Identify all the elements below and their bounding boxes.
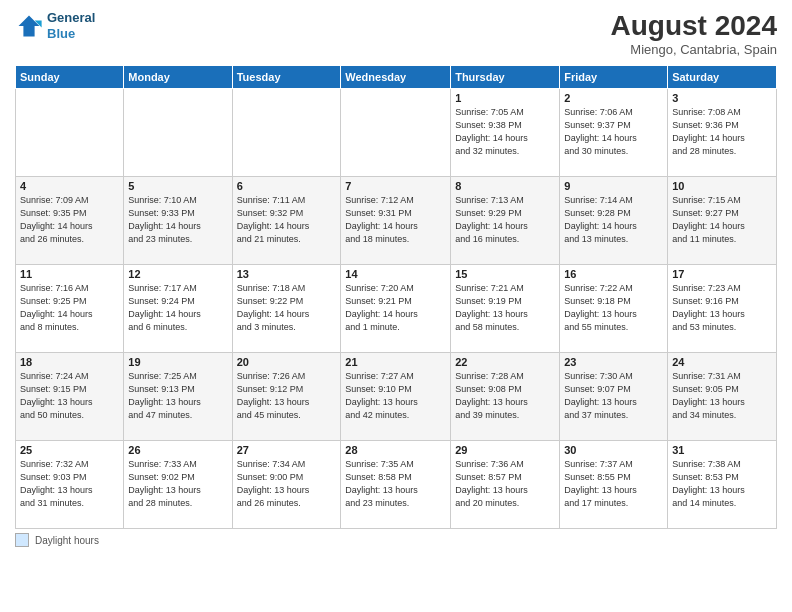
- calendar-cell: 27Sunrise: 7:34 AM Sunset: 9:00 PM Dayli…: [232, 441, 341, 529]
- day-info: Sunrise: 7:14 AM Sunset: 9:28 PM Dayligh…: [564, 194, 663, 246]
- day-number: 14: [345, 268, 446, 280]
- day-number: 18: [20, 356, 119, 368]
- day-number: 8: [455, 180, 555, 192]
- day-info: Sunrise: 7:13 AM Sunset: 9:29 PM Dayligh…: [455, 194, 555, 246]
- calendar-cell: 8Sunrise: 7:13 AM Sunset: 9:29 PM Daylig…: [451, 177, 560, 265]
- calendar-cell: 12Sunrise: 7:17 AM Sunset: 9:24 PM Dayli…: [124, 265, 232, 353]
- header-cell-tuesday: Tuesday: [232, 66, 341, 89]
- calendar-cell: 14Sunrise: 7:20 AM Sunset: 9:21 PM Dayli…: [341, 265, 451, 353]
- day-info: Sunrise: 7:36 AM Sunset: 8:57 PM Dayligh…: [455, 458, 555, 510]
- day-number: 16: [564, 268, 663, 280]
- header-cell-thursday: Thursday: [451, 66, 560, 89]
- day-number: 1: [455, 92, 555, 104]
- day-info: Sunrise: 7:20 AM Sunset: 9:21 PM Dayligh…: [345, 282, 446, 334]
- header-cell-friday: Friday: [560, 66, 668, 89]
- day-number: 11: [20, 268, 119, 280]
- calendar-cell: 30Sunrise: 7:37 AM Sunset: 8:55 PM Dayli…: [560, 441, 668, 529]
- day-info: Sunrise: 7:10 AM Sunset: 9:33 PM Dayligh…: [128, 194, 227, 246]
- day-info: Sunrise: 7:27 AM Sunset: 9:10 PM Dayligh…: [345, 370, 446, 422]
- day-info: Sunrise: 7:26 AM Sunset: 9:12 PM Dayligh…: [237, 370, 337, 422]
- logo-icon: [15, 12, 43, 40]
- logo-line2: Blue: [47, 26, 75, 41]
- day-info: Sunrise: 7:12 AM Sunset: 9:31 PM Dayligh…: [345, 194, 446, 246]
- day-info: Sunrise: 7:35 AM Sunset: 8:58 PM Dayligh…: [345, 458, 446, 510]
- day-info: Sunrise: 7:17 AM Sunset: 9:24 PM Dayligh…: [128, 282, 227, 334]
- day-number: 13: [237, 268, 337, 280]
- day-info: Sunrise: 7:16 AM Sunset: 9:25 PM Dayligh…: [20, 282, 119, 334]
- day-info: Sunrise: 7:30 AM Sunset: 9:07 PM Dayligh…: [564, 370, 663, 422]
- day-info: Sunrise: 7:28 AM Sunset: 9:08 PM Dayligh…: [455, 370, 555, 422]
- calendar-cell: 26Sunrise: 7:33 AM Sunset: 9:02 PM Dayli…: [124, 441, 232, 529]
- daylight-legend-label: Daylight hours: [35, 535, 99, 546]
- title-block: August 2024 Miengo, Cantabria, Spain: [611, 10, 778, 57]
- calendar-cell: [16, 89, 124, 177]
- daylight-legend-box: [15, 533, 29, 547]
- calendar-cell: 24Sunrise: 7:31 AM Sunset: 9:05 PM Dayli…: [668, 353, 777, 441]
- calendar-cell: 7Sunrise: 7:12 AM Sunset: 9:31 PM Daylig…: [341, 177, 451, 265]
- calendar-cell: 13Sunrise: 7:18 AM Sunset: 9:22 PM Dayli…: [232, 265, 341, 353]
- day-number: 21: [345, 356, 446, 368]
- calendar-cell: 21Sunrise: 7:27 AM Sunset: 9:10 PM Dayli…: [341, 353, 451, 441]
- day-number: 20: [237, 356, 337, 368]
- day-number: 27: [237, 444, 337, 456]
- header-cell-sunday: Sunday: [16, 66, 124, 89]
- day-info: Sunrise: 7:25 AM Sunset: 9:13 PM Dayligh…: [128, 370, 227, 422]
- location: Miengo, Cantabria, Spain: [611, 42, 778, 57]
- day-info: Sunrise: 7:31 AM Sunset: 9:05 PM Dayligh…: [672, 370, 772, 422]
- calendar-cell: [124, 89, 232, 177]
- day-number: 12: [128, 268, 227, 280]
- day-number: 23: [564, 356, 663, 368]
- day-number: 28: [345, 444, 446, 456]
- calendar-cell: 25Sunrise: 7:32 AM Sunset: 9:03 PM Dayli…: [16, 441, 124, 529]
- header-cell-monday: Monday: [124, 66, 232, 89]
- day-info: Sunrise: 7:09 AM Sunset: 9:35 PM Dayligh…: [20, 194, 119, 246]
- day-number: 5: [128, 180, 227, 192]
- logo-text: General Blue: [47, 10, 95, 41]
- calendar-container: General Blue August 2024 Miengo, Cantabr…: [0, 0, 792, 612]
- week-row-4: 18Sunrise: 7:24 AM Sunset: 9:15 PM Dayli…: [16, 353, 777, 441]
- calendar-cell: 28Sunrise: 7:35 AM Sunset: 8:58 PM Dayli…: [341, 441, 451, 529]
- calendar-body: 1Sunrise: 7:05 AM Sunset: 9:38 PM Daylig…: [16, 89, 777, 529]
- calendar-cell: [232, 89, 341, 177]
- calendar-cell: 9Sunrise: 7:14 AM Sunset: 9:28 PM Daylig…: [560, 177, 668, 265]
- week-row-1: 1Sunrise: 7:05 AM Sunset: 9:38 PM Daylig…: [16, 89, 777, 177]
- day-info: Sunrise: 7:15 AM Sunset: 9:27 PM Dayligh…: [672, 194, 772, 246]
- calendar-cell: 15Sunrise: 7:21 AM Sunset: 9:19 PM Dayli…: [451, 265, 560, 353]
- header: General Blue August 2024 Miengo, Cantabr…: [15, 10, 777, 57]
- month-year: August 2024: [611, 10, 778, 42]
- day-number: 15: [455, 268, 555, 280]
- day-info: Sunrise: 7:11 AM Sunset: 9:32 PM Dayligh…: [237, 194, 337, 246]
- week-row-5: 25Sunrise: 7:32 AM Sunset: 9:03 PM Dayli…: [16, 441, 777, 529]
- day-number: 24: [672, 356, 772, 368]
- day-number: 7: [345, 180, 446, 192]
- week-row-2: 4Sunrise: 7:09 AM Sunset: 9:35 PM Daylig…: [16, 177, 777, 265]
- calendar-cell: 3Sunrise: 7:08 AM Sunset: 9:36 PM Daylig…: [668, 89, 777, 177]
- day-number: 22: [455, 356, 555, 368]
- day-info: Sunrise: 7:05 AM Sunset: 9:38 PM Dayligh…: [455, 106, 555, 158]
- calendar-cell: 6Sunrise: 7:11 AM Sunset: 9:32 PM Daylig…: [232, 177, 341, 265]
- day-number: 10: [672, 180, 772, 192]
- calendar-cell: 31Sunrise: 7:38 AM Sunset: 8:53 PM Dayli…: [668, 441, 777, 529]
- day-info: Sunrise: 7:24 AM Sunset: 9:15 PM Dayligh…: [20, 370, 119, 422]
- day-number: 3: [672, 92, 772, 104]
- header-cell-wednesday: Wednesday: [341, 66, 451, 89]
- day-number: 29: [455, 444, 555, 456]
- day-info: Sunrise: 7:37 AM Sunset: 8:55 PM Dayligh…: [564, 458, 663, 510]
- calendar-cell: [341, 89, 451, 177]
- day-number: 19: [128, 356, 227, 368]
- logo-line1: General: [47, 10, 95, 26]
- day-number: 2: [564, 92, 663, 104]
- day-info: Sunrise: 7:33 AM Sunset: 9:02 PM Dayligh…: [128, 458, 227, 510]
- calendar-cell: 18Sunrise: 7:24 AM Sunset: 9:15 PM Dayli…: [16, 353, 124, 441]
- day-number: 31: [672, 444, 772, 456]
- calendar-cell: 29Sunrise: 7:36 AM Sunset: 8:57 PM Dayli…: [451, 441, 560, 529]
- day-info: Sunrise: 7:18 AM Sunset: 9:22 PM Dayligh…: [237, 282, 337, 334]
- calendar-cell: 19Sunrise: 7:25 AM Sunset: 9:13 PM Dayli…: [124, 353, 232, 441]
- calendar-cell: 22Sunrise: 7:28 AM Sunset: 9:08 PM Dayli…: [451, 353, 560, 441]
- day-number: 4: [20, 180, 119, 192]
- calendar-cell: 20Sunrise: 7:26 AM Sunset: 9:12 PM Dayli…: [232, 353, 341, 441]
- day-info: Sunrise: 7:22 AM Sunset: 9:18 PM Dayligh…: [564, 282, 663, 334]
- day-info: Sunrise: 7:23 AM Sunset: 9:16 PM Dayligh…: [672, 282, 772, 334]
- day-info: Sunrise: 7:32 AM Sunset: 9:03 PM Dayligh…: [20, 458, 119, 510]
- day-info: Sunrise: 7:06 AM Sunset: 9:37 PM Dayligh…: [564, 106, 663, 158]
